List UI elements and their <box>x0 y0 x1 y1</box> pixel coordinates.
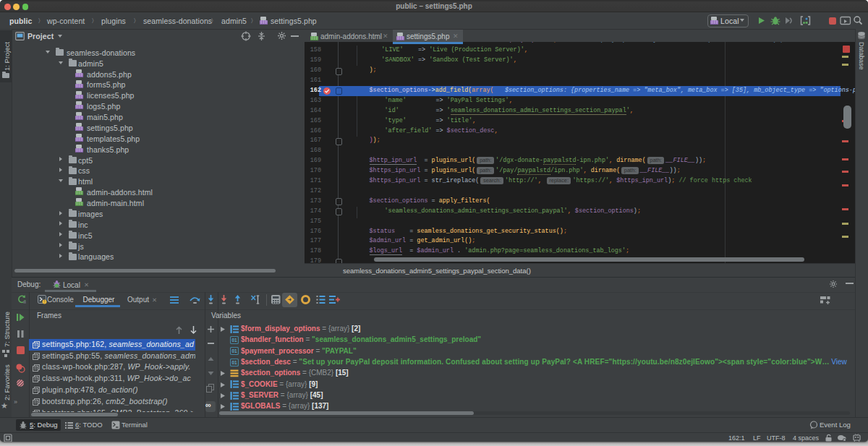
svg-text:01: 01 <box>231 348 237 353</box>
svg-text:01: 01 <box>231 360 237 365</box>
svg-text:01: 01 <box>231 338 237 343</box>
